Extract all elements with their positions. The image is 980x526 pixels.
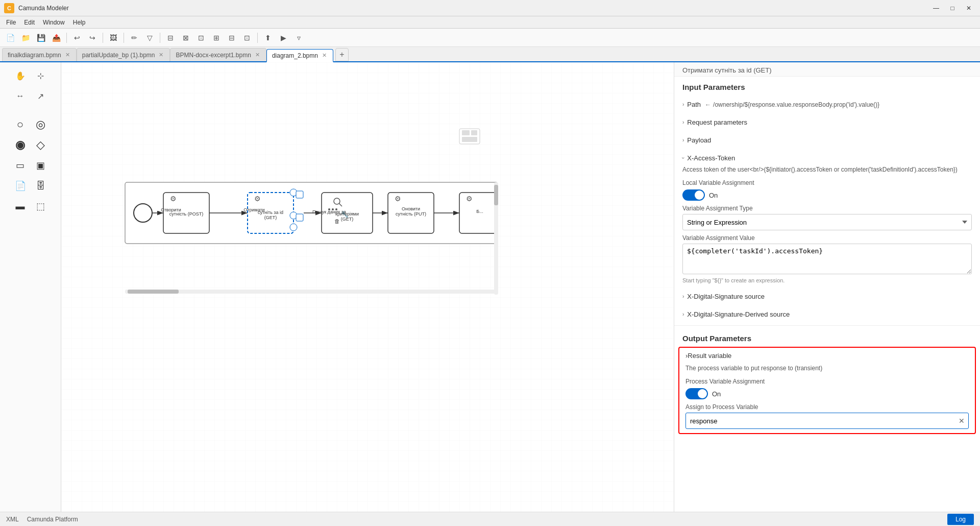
pan-tool[interactable]: ✋: [11, 66, 30, 85]
local-var-assignment-label: Local Variable Assignment: [682, 179, 972, 186]
menu-item-help[interactable]: Help: [69, 18, 90, 27]
separator-4: [160, 33, 160, 43]
x-digital-sig-row[interactable]: › X-Digital-Signature source: [682, 290, 972, 303]
align-bottom-button[interactable]: ⊡: [240, 31, 254, 45]
local-var-toggle[interactable]: [682, 189, 705, 201]
svg-rect-47: [494, 185, 498, 205]
maximize-button[interactable]: □: [945, 3, 960, 13]
tab-close-1[interactable]: ✕: [158, 51, 164, 59]
path-row[interactable]: › Path ← /ownership/${response.value.res…: [682, 98, 972, 111]
start-event-tool[interactable]: ○: [11, 115, 30, 134]
tab-2[interactable]: BPMN-docx-excerpt1.bpmn✕: [170, 48, 266, 61]
request-params-row[interactable]: › Request parameters: [682, 115, 972, 129]
tab-close-2[interactable]: ✕: [254, 51, 261, 59]
align-left-button[interactable]: ⊟: [163, 31, 178, 45]
properties-panel: Отримати сутніть за id (GET) Input Param…: [674, 62, 980, 512]
bottom-tab-xml[interactable]: XML: [6, 516, 19, 523]
redo-button[interactable]: ↪: [85, 31, 100, 45]
assign-process-var-clear[interactable]: ✕: [957, 416, 967, 426]
x-access-token-desc: Access token of the user<br/>(${initiato…: [682, 165, 972, 174]
menu-item-file[interactable]: File: [2, 18, 20, 27]
path-section: › Path ← /ownership/${response.value.res…: [674, 95, 980, 113]
connect-tools-row: ↔ ↗: [2, 87, 59, 105]
end-event-tool[interactable]: ◉: [11, 136, 30, 154]
var-assignment-value-textarea[interactable]: ${completer('taskId').accessToken}: [682, 244, 972, 274]
payload-row[interactable]: › Payload: [682, 133, 972, 147]
gateway-tool[interactable]: ◇: [32, 136, 50, 154]
svg-text:⚙: ⚙: [254, 195, 261, 203]
align-middle-button[interactable]: ⊟: [225, 31, 239, 45]
x-digital-sig-derived-row[interactable]: › X-Digital-Signature-Derived source: [682, 307, 972, 321]
add-tab-button[interactable]: +: [335, 48, 349, 61]
data-object-tool[interactable]: 📄: [11, 177, 30, 195]
image-button[interactable]: 🖼: [106, 31, 120, 45]
global-connect-tool[interactable]: ↔: [11, 87, 30, 105]
separator-5: [257, 33, 258, 43]
path-arrow: ›: [682, 102, 684, 107]
export-button[interactable]: 📤: [49, 31, 63, 45]
var-assignment-type-select[interactable]: String or Expression List Map: [682, 214, 972, 230]
more-button[interactable]: ▿: [291, 31, 306, 45]
x-access-token-content: Access token of the user<br/>(${initiato…: [674, 165, 980, 288]
var-assignment-type-label: Variable Assignment Type: [682, 205, 972, 212]
separator-2: [103, 33, 103, 43]
intermediate-event-tool[interactable]: ◎: [32, 115, 50, 134]
svg-text:критеріями: критеріями: [335, 211, 359, 217]
align-top-button[interactable]: ⊞: [209, 31, 224, 45]
align-right-button[interactable]: ⊡: [194, 31, 208, 45]
x-digital-sig-derived-label: X-Digital-Signature-Derived source: [687, 310, 790, 318]
tab-1[interactable]: partialUpdate_bp (1).bpmn✕: [77, 48, 170, 61]
subprocess-tool[interactable]: ▣: [32, 156, 50, 175]
payload-label: Payload: [687, 136, 711, 144]
deploy-button[interactable]: ⬆: [261, 31, 275, 45]
var-assignment-hint: Start typing "${}" to create an expressi…: [682, 277, 972, 283]
x-access-token-row[interactable]: › X-Access-Token: [682, 151, 972, 165]
task-tool[interactable]: ▭: [11, 156, 30, 175]
window-controls: — □ ✕: [929, 3, 976, 13]
space-tool[interactable]: ↗: [32, 87, 50, 105]
data-store-tool[interactable]: 🗄: [32, 177, 50, 195]
app-icon: C: [4, 3, 14, 13]
save-button[interactable]: 💾: [34, 31, 48, 45]
process-var-assignment-label: Process Variable Assignment: [685, 378, 969, 385]
shapes-row-3: ▭ ▣: [2, 156, 59, 175]
tab-close-3[interactable]: ✕: [321, 52, 328, 59]
assign-process-var-input[interactable]: [685, 413, 969, 429]
deploy-tools: ⬆ ▶ ▿: [261, 31, 306, 45]
svg-point-6: [134, 204, 152, 222]
tab-0[interactable]: finalkdiagram.bpmn✕: [2, 48, 77, 61]
open-button[interactable]: 📁: [18, 31, 33, 45]
log-button[interactable]: Log: [947, 514, 974, 525]
x-digital-sig-section: › X-Digital-Signature source: [674, 288, 980, 305]
result-variable-header[interactable]: › Result variable: [685, 352, 969, 360]
new-button[interactable]: 📄: [3, 31, 17, 45]
menu-item-window[interactable]: Window: [39, 18, 69, 27]
tab-label-2: BPMN-docx-excerpt1.bpmn: [176, 52, 251, 59]
svg-rect-3: [471, 130, 477, 135]
lasso-tool[interactable]: ⊹: [32, 66, 50, 85]
dropdown-button[interactable]: ▽: [142, 31, 157, 45]
app-title: Camunda Modeler: [18, 5, 929, 12]
element-title: Отримати сутніть за id (GET): [674, 62, 980, 77]
tab-close-0[interactable]: ✕: [64, 51, 71, 59]
var-assignment-value-label: Variable Assignment Value: [682, 234, 972, 242]
menu-item-edit[interactable]: Edit: [20, 18, 39, 27]
svg-rect-49: [128, 290, 179, 294]
group-tool[interactable]: ⬚: [32, 197, 50, 216]
run-button[interactable]: ▶: [276, 31, 290, 45]
svg-text:🗑: 🗑: [334, 218, 340, 224]
toolbox: ✋ ⊹ ↔ ↗ ○ ◎ ◉ ◇ ▭ ▣ 📄 🗄 ▬ ⬚: [0, 62, 61, 512]
svg-rect-2: [462, 130, 470, 135]
output-parameters-header: Output Parameters: [674, 328, 980, 347]
bottom-tab-camunda-platform[interactable]: Camunda Platform: [27, 516, 78, 523]
pen-button[interactable]: ✏: [127, 31, 141, 45]
close-button[interactable]: ✕: [962, 3, 976, 13]
minimize-button[interactable]: —: [929, 3, 943, 13]
process-var-toggle[interactable]: [685, 388, 708, 399]
pool-tool[interactable]: ▬: [11, 197, 30, 216]
svg-text:(GET): (GET): [264, 215, 277, 220]
align-center-button[interactable]: ⊠: [179, 31, 193, 45]
tab-3[interactable]: diagram_2.bpmn✕: [266, 49, 333, 62]
undo-button[interactable]: ↩: [70, 31, 84, 45]
diagram-canvas[interactable]: ⚙ Створити сутність (POST) ⚙ Отримати су…: [61, 62, 674, 512]
